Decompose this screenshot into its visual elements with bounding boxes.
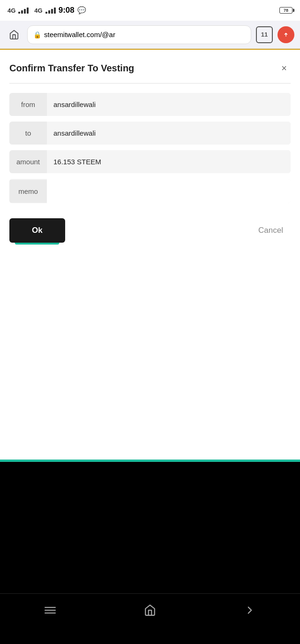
signal-bar-4 <box>27 8 29 14</box>
signal-bars-2 <box>45 8 56 14</box>
nav-home-button[interactable] <box>136 598 164 622</box>
status-bar: 4G 4G 9:08 💬 78 <box>0 0 300 21</box>
amount-label: amount <box>9 150 47 173</box>
title-divider <box>9 83 291 84</box>
signal-bar-3 <box>24 9 26 14</box>
dialog-title: Confirm Transfer To Vesting <box>9 63 134 74</box>
tabs-count: 11 <box>261 31 268 38</box>
memo-row: memo <box>9 179 291 203</box>
nav-bar <box>0 593 300 626</box>
button-row: Ok Cancel <box>9 218 291 243</box>
battery-indicator: 78 <box>279 7 292 14</box>
ok-button[interactable]: Ok <box>9 218 65 243</box>
signal-4g-2: 4G <box>34 7 42 14</box>
amount-row: amount 16.153 STEEM <box>9 150 291 173</box>
url-text: steemitwallet.com/@ar <box>44 31 245 38</box>
close-button[interactable]: × <box>278 61 291 76</box>
lock-icon: 🔒 <box>33 31 41 38</box>
upload-button[interactable] <box>278 26 294 43</box>
signal-bar-5 <box>45 12 47 14</box>
signal-bar-7 <box>51 9 53 14</box>
menu-icon <box>45 607 56 613</box>
from-value: ansardillewali <box>47 93 291 116</box>
to-row: to ansardillewali <box>9 122 291 145</box>
page-content: Confirm Transfer To Vesting × from ansar… <box>0 49 300 462</box>
signal-bars-1 <box>18 8 29 14</box>
memo-label: memo <box>9 180 47 203</box>
nav-back-button[interactable] <box>236 598 264 622</box>
amount-value: 16.153 STEEM <box>47 150 291 173</box>
battery-level: 78 <box>284 8 288 13</box>
signal-4g-1: 4G <box>8 7 15 14</box>
menu-line-3 <box>45 613 56 613</box>
cancel-button[interactable]: Cancel <box>251 218 291 243</box>
signal-bar-6 <box>48 10 50 14</box>
to-value: ansardillewali <box>47 122 291 145</box>
menu-line-2 <box>45 610 56 611</box>
browser-home-button[interactable] <box>6 26 22 43</box>
nav-menu-button[interactable] <box>36 598 64 622</box>
tabs-button[interactable]: 11 <box>256 26 273 43</box>
url-bar[interactable]: 🔒 steemitwallet.com/@ar <box>27 25 251 44</box>
from-row: from ansardillewali <box>9 93 291 116</box>
menu-line-1 <box>45 607 56 608</box>
memo-input[interactable] <box>47 179 291 203</box>
signal-bar-1 <box>18 12 20 14</box>
browser-bar: 🔒 steemitwallet.com/@ar 11 <box>0 21 300 49</box>
status-time: 9:08 <box>59 6 75 15</box>
status-left: 4G 4G 9:08 💬 <box>8 6 86 15</box>
teal-accent-bar <box>0 460 300 462</box>
signal-bar-8 <box>54 8 56 14</box>
to-label: to <box>9 122 47 145</box>
black-section <box>0 462 300 593</box>
whatsapp-icon: 💬 <box>77 6 86 15</box>
from-label: from <box>9 93 47 116</box>
signal-bar-2 <box>21 10 23 14</box>
status-right: 78 <box>279 7 292 14</box>
dialog-title-row: Confirm Transfer To Vesting × <box>9 61 291 76</box>
